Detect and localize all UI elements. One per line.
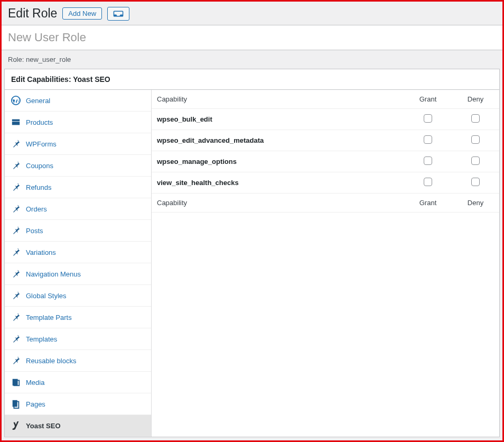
sidebar-item-label: General — [26, 97, 50, 105]
sidebar-item-products[interactable]: Products — [5, 112, 151, 133]
pin-icon — [11, 204, 21, 214]
pin-icon — [11, 291, 21, 300]
deny-checkbox[interactable] — [471, 178, 480, 186]
sidebar-item-label: Templates — [26, 335, 57, 343]
sidebar-item-coupons[interactable]: Coupons — [5, 155, 151, 177]
panel-heading: Edit Capabilities: Yoast SEO — [5, 69, 499, 90]
svg-rect-2 — [12, 122, 20, 125]
capability-group-sidebar: GeneralProductsWPFormsCouponsRefundsOrde… — [5, 90, 152, 437]
sidebar-item-posts[interactable]: Posts — [5, 220, 151, 242]
capability-table-area: Capability Grant Deny wpseo_bulk_editwps… — [152, 90, 499, 437]
inbox-button[interactable] — [107, 7, 129, 21]
col-capability: Capability — [152, 90, 404, 109]
yoast-icon — [11, 421, 21, 430]
sidebar-item-label: Yoast SEO — [26, 422, 61, 430]
grant-cell — [404, 109, 452, 130]
sidebar-item-variations[interactable]: Variations — [5, 242, 151, 263]
table-row: view_site_health_checks — [152, 172, 499, 194]
col-deny: Deny — [452, 90, 499, 109]
capability-name: wpseo_bulk_edit — [152, 109, 404, 130]
pin-icon — [11, 161, 21, 170]
pin-icon — [11, 356, 21, 365]
pin-icon — [11, 226, 21, 235]
sidebar-item-label: Reusable blocks — [26, 357, 76, 365]
sidebar-item-orders[interactable]: Orders — [5, 198, 151, 220]
pin-icon — [11, 269, 21, 279]
grant-checkbox[interactable] — [424, 114, 432, 123]
deny-cell — [452, 151, 499, 172]
deny-checkbox[interactable] — [471, 114, 480, 123]
sidebar-item-template-parts[interactable]: Template Parts — [5, 307, 151, 328]
sidebar-item-reusable-blocks[interactable]: Reusable blocks — [5, 350, 151, 372]
role-slug-row: Role: new_user_role — [2, 50, 502, 69]
sidebar-item-label: Variations — [26, 248, 56, 256]
grant-cell — [404, 151, 452, 172]
sidebar-item-label: Coupons — [26, 162, 53, 170]
sidebar-item-refunds[interactable]: Refunds — [5, 177, 151, 198]
deny-checkbox[interactable] — [471, 135, 480, 144]
capability-name: view_site_health_checks — [152, 172, 404, 194]
deny-cell — [452, 172, 499, 194]
folder-icon — [11, 117, 21, 127]
sidebar-item-label: Template Parts — [26, 314, 72, 321]
pin-icon — [11, 247, 21, 257]
footer-deny: Deny — [452, 194, 499, 213]
add-new-button[interactable]: Add New — [62, 7, 102, 20]
table-row: wpseo_manage_options — [152, 151, 499, 172]
capability-table: Capability Grant Deny wpseo_bulk_editwps… — [152, 90, 499, 213]
panel-body: GeneralProductsWPFormsCouponsRefundsOrde… — [5, 90, 499, 437]
sidebar-item-navigation-menus[interactable]: Navigation Menus — [5, 263, 151, 285]
role-display-name: New User Role — [8, 31, 496, 44]
capability-name: wpseo_manage_options — [152, 151, 404, 172]
role-title-row: New User Role — [2, 25, 502, 50]
grant-cell — [404, 130, 452, 151]
table-row: wpseo_bulk_edit — [152, 109, 499, 130]
pin-icon — [11, 139, 21, 149]
grant-checkbox[interactable] — [424, 178, 432, 186]
col-grant: Grant — [404, 90, 452, 109]
grant-checkbox[interactable] — [424, 135, 432, 144]
capability-name: wpseo_edit_advanced_metadata — [152, 130, 404, 151]
grant-checkbox[interactable] — [424, 156, 432, 165]
footer-capability: Capability — [152, 194, 404, 213]
media-icon — [11, 377, 21, 387]
sidebar-item-label: Media — [26, 379, 44, 386]
role-slug-label: Role: — [8, 56, 24, 63]
inbox-icon — [113, 10, 124, 17]
sidebar-item-pages[interactable]: Pages — [5, 393, 151, 415]
sidebar-item-templates[interactable]: Templates — [5, 328, 151, 350]
page-frame: Edit Role Add New New User Role Role: ne… — [0, 0, 504, 442]
capabilities-panel: Edit Capabilities: Yoast SEO GeneralProd… — [4, 69, 500, 437]
page-title: Edit Role — [8, 6, 57, 21]
pin-icon — [11, 182, 21, 192]
pin-icon — [11, 334, 21, 344]
sidebar-item-label: Global Styles — [26, 292, 67, 300]
pin-icon — [11, 312, 21, 322]
sidebar-item-label: Refunds — [26, 183, 51, 191]
sidebar-item-general[interactable]: General — [5, 90, 151, 112]
footer-grant: Grant — [404, 194, 452, 213]
deny-checkbox[interactable] — [471, 156, 480, 165]
sidebar-item-media[interactable]: Media — [5, 372, 151, 393]
sidebar-item-yoast-seo[interactable]: Yoast SEO — [5, 415, 151, 437]
table-row: wpseo_edit_advanced_metadata — [152, 130, 499, 151]
sidebar-item-label: Posts — [26, 227, 43, 235]
sidebar-item-label: Orders — [26, 205, 47, 213]
page-header: Edit Role Add New — [2, 2, 502, 25]
sidebar-item-wpforms[interactable]: WPForms — [5, 133, 151, 155]
grant-cell — [404, 172, 452, 194]
sidebar-item-label: Pages — [26, 400, 45, 408]
role-slug-value: new_user_role — [26, 56, 71, 63]
sidebar-item-label: Products — [26, 118, 53, 126]
sidebar-item-label: Navigation Menus — [26, 270, 81, 278]
wordpress-icon — [11, 96, 21, 105]
sidebar-item-global-styles[interactable]: Global Styles — [5, 285, 151, 307]
deny-cell — [452, 130, 499, 151]
svg-rect-1 — [12, 119, 20, 122]
deny-cell — [452, 109, 499, 130]
sidebar-item-label: WPForms — [26, 140, 57, 148]
page-icon — [11, 399, 21, 409]
